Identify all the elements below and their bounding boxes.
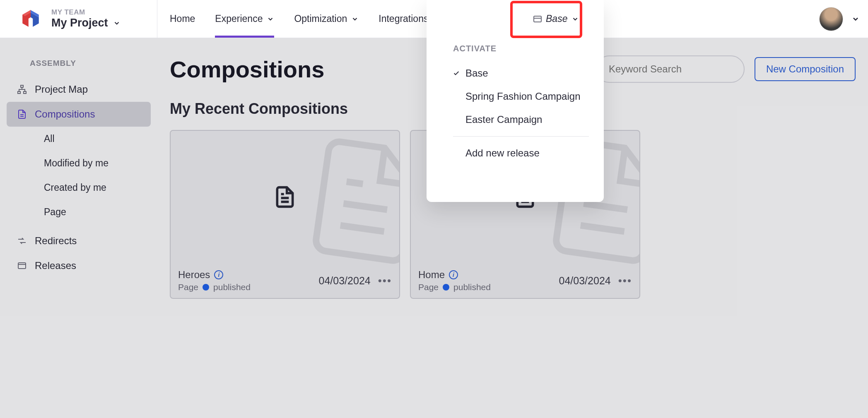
nav-integrations[interactable]: Integrations [379,0,428,38]
window-icon [533,16,542,22]
chevron-down-icon [267,15,274,23]
nav-experience[interactable]: Experience [215,0,274,38]
release-option-label: Spring Fashion Campaign [465,91,581,102]
release-current-label: Base [546,13,567,24]
nav-home[interactable]: Home [170,0,195,38]
check-icon [453,70,460,77]
team-label: MY TEAM [51,8,121,17]
nav-optimization[interactable]: Optimization [294,0,359,38]
chevron-down-icon [351,15,359,23]
release-option-base[interactable]: Base [446,62,596,85]
nav-integrations-label: Integrations [379,13,428,24]
release-option-easter[interactable]: Easter Campaign [446,108,596,131]
nav-optimization-label: Optimization [294,13,347,24]
release-option-label: Easter Campaign [465,114,542,125]
release-selector-button[interactable]: Base [525,8,587,29]
nav-home-label: Home [170,13,195,24]
nav-experience-label: Experience [215,13,263,24]
app-logo-icon [20,8,41,30]
add-new-release[interactable]: Add new release [446,142,596,165]
user-avatar[interactable] [819,7,843,31]
chevron-down-icon [571,15,579,23]
release-option-label: Base [465,67,488,79]
header-right [819,0,860,38]
add-new-release-label: Add new release [465,147,540,159]
chevron-down-icon [113,19,121,27]
dropdown-divider [453,136,589,137]
release-dropdown-panel: ACTIVATE Base Spring Fashion Campaign Ea… [427,0,604,202]
dropdown-heading: ACTIVATE [446,44,596,53]
release-option-spring[interactable]: Spring Fashion Campaign [446,85,596,108]
project-name: My Project [51,17,108,29]
project-texts: MY TEAM My Project [51,8,121,29]
user-menu-chevron-icon[interactable] [851,15,860,23]
project-selector[interactable]: MY TEAM My Project [0,0,157,38]
